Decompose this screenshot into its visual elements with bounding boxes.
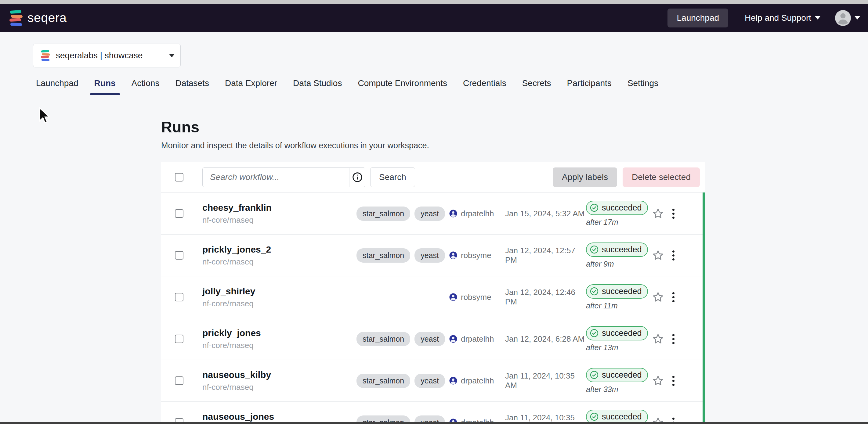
status-label: succeeded xyxy=(602,370,642,380)
tab-credentials[interactable]: Credentials xyxy=(459,78,510,95)
status-badge: succeeded xyxy=(586,368,648,382)
run-name-link[interactable]: prickly_jones_2 xyxy=(203,244,356,255)
run-name-link[interactable]: prickly_jones xyxy=(203,328,356,338)
star-button[interactable] xyxy=(649,291,666,303)
run-name-link[interactable]: cheesy_franklin xyxy=(203,202,356,213)
row-menu-button[interactable] xyxy=(666,292,680,302)
kebab-icon xyxy=(672,300,675,302)
row-menu-button[interactable] xyxy=(666,209,680,219)
search-input[interactable] xyxy=(203,168,349,187)
run-status-cell: succeeded after 13m xyxy=(586,326,649,352)
run-labels: star_salmonyeast xyxy=(356,248,448,263)
kebab-icon xyxy=(672,338,675,340)
user-icon xyxy=(448,293,458,302)
label-pill: star_salmon xyxy=(356,374,410,388)
kebab-icon xyxy=(672,296,675,298)
help-and-support-menu[interactable]: Help and Support xyxy=(745,13,820,23)
chevron-down-icon xyxy=(855,16,860,20)
apply-labels-button[interactable]: Apply labels xyxy=(553,167,617,187)
user-menu[interactable] xyxy=(834,9,860,27)
row-checkbox[interactable] xyxy=(175,251,183,260)
workspace-selector-current[interactable]: seqeralabs | showcase xyxy=(33,44,163,67)
run-user-cell: robsyme xyxy=(448,293,505,302)
kebab-icon xyxy=(672,258,675,261)
status-badge: succeeded xyxy=(586,410,648,424)
table-row: jolly_shirley nf-core/rnaseq robsyme Jan… xyxy=(161,276,705,318)
avatar xyxy=(834,9,851,27)
tab-compute-environments[interactable]: Compute Environments xyxy=(353,78,452,95)
run-date: Jan 12, 2024, 12:46 PM xyxy=(505,288,586,306)
workspace-selector-dropdown-toggle[interactable] xyxy=(163,44,180,67)
tab-datasets[interactable]: Datasets xyxy=(171,78,213,95)
run-pipeline: nf-core/rnaseq xyxy=(203,257,356,267)
row-menu-button[interactable] xyxy=(666,376,680,386)
star-icon xyxy=(652,375,664,387)
star-button[interactable] xyxy=(649,208,666,219)
navbar: seqera Launchpad Help and Support xyxy=(0,4,868,32)
status-label: succeeded xyxy=(602,203,642,213)
workspace-row: seqeralabs | showcase xyxy=(0,32,868,67)
row-checkbox[interactable] xyxy=(175,377,183,385)
tab-settings[interactable]: Settings xyxy=(623,78,662,95)
kebab-icon xyxy=(672,380,675,382)
info-icon xyxy=(352,172,363,183)
row-menu-button[interactable] xyxy=(666,251,680,261)
kebab-icon xyxy=(672,254,675,257)
run-status-cell: succeeded after 11m xyxy=(586,284,649,310)
run-user-cell: drpatelhh xyxy=(448,376,505,386)
row-menu-button[interactable] xyxy=(666,334,680,344)
run-name-cell: jolly_shirley nf-core/rnaseq xyxy=(203,286,356,308)
page-title: Runs xyxy=(161,118,868,136)
search-info-button[interactable] xyxy=(349,168,365,187)
kebab-icon xyxy=(672,342,675,344)
tab-launchpad[interactable]: Launchpad xyxy=(32,78,83,95)
check-circle-icon xyxy=(590,203,599,212)
star-button[interactable] xyxy=(649,250,666,261)
run-duration: after 9m xyxy=(586,260,649,268)
select-all-checkbox[interactable] xyxy=(175,173,183,182)
run-pipeline: nf-core/rnaseq xyxy=(203,341,356,350)
label-pill: star_salmon xyxy=(356,248,410,263)
run-name-cell: nauseous_kilby nf-core/rnaseq xyxy=(203,370,356,392)
row-checkbox[interactable] xyxy=(175,209,183,218)
tab-runs[interactable]: Runs xyxy=(90,78,120,95)
run-name-link[interactable]: nauseous_kilby xyxy=(203,370,356,380)
workspace-selector: seqeralabs | showcase xyxy=(33,44,181,67)
run-pipeline: nf-core/rnaseq xyxy=(203,299,356,308)
runs-table: Search Apply labels Delete selected chee… xyxy=(161,162,705,424)
status-badge: succeeded xyxy=(586,326,648,340)
tab-data-studios[interactable]: Data Studios xyxy=(289,78,346,95)
run-name-link[interactable]: jolly_shirley xyxy=(203,286,356,296)
kebab-icon xyxy=(672,213,675,215)
row-checkbox[interactable] xyxy=(175,293,183,301)
star-button[interactable] xyxy=(649,375,666,387)
tab-secrets[interactable]: Secrets xyxy=(518,78,555,95)
run-labels: star_salmonyeast xyxy=(356,332,448,346)
delete-selected-button[interactable]: Delete selected xyxy=(623,167,700,187)
run-name-link[interactable]: nauseous_jones xyxy=(203,412,356,422)
tab-data-explorer[interactable]: Data Explorer xyxy=(221,78,281,95)
run-user-cell: drpatelhh xyxy=(448,209,505,219)
star-button[interactable] xyxy=(649,333,666,345)
table-row: nauseous_kilby nf-core/rnaseq star_salmo… xyxy=(161,360,705,401)
run-user-cell: drpatelhh xyxy=(448,334,505,344)
run-name-cell: prickly_jones nf-core/rnaseq xyxy=(203,328,356,350)
run-date: Jan 12, 2024, 12:57 PM xyxy=(505,246,586,265)
tab-actions[interactable]: Actions xyxy=(127,78,164,95)
check-circle-icon xyxy=(590,287,599,296)
star-icon xyxy=(652,208,664,219)
tab-participants[interactable]: Participants xyxy=(563,78,616,95)
kebab-icon xyxy=(672,418,675,420)
row-checkbox[interactable] xyxy=(175,335,183,343)
label-pill: star_salmon xyxy=(356,332,410,346)
search-button[interactable]: Search xyxy=(370,167,415,187)
status-badge: succeeded xyxy=(586,284,648,299)
runs-list: cheesy_franklin nf-core/rnaseq star_salm… xyxy=(161,193,705,424)
launchpad-button[interactable]: Launchpad xyxy=(668,8,728,28)
table-row: cheesy_franklin nf-core/rnaseq star_salm… xyxy=(161,193,705,234)
run-status-cell: succeeded after 33m xyxy=(586,368,649,394)
run-labels: star_salmonyeast xyxy=(356,206,448,221)
user-icon xyxy=(448,251,458,260)
brand[interactable]: seqera xyxy=(9,10,66,26)
status-label: succeeded xyxy=(602,245,642,254)
